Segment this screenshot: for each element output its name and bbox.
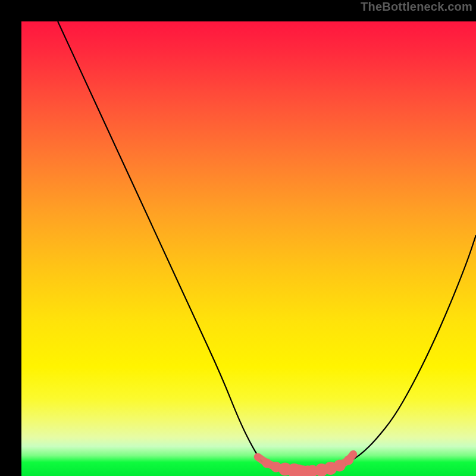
optimal-marker — [262, 459, 272, 468]
optimal-range-markers — [254, 450, 356, 476]
curve-right-branch — [349, 235, 476, 462]
bottleneck-curve — [58, 21, 476, 471]
optimal-marker — [350, 450, 357, 458]
curve-left-branch — [58, 21, 262, 462]
chart-svg — [21, 21, 476, 476]
chart-frame — [11, 11, 465, 465]
optimal-marker — [334, 459, 346, 471]
watermark-text: TheBottleneck.com — [361, 0, 472, 14]
chart-plot-area — [21, 21, 476, 476]
optimal-marker — [254, 453, 261, 461]
